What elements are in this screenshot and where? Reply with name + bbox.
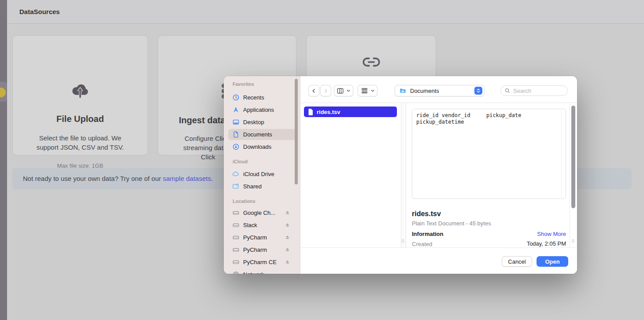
shared-folder-icon xyxy=(232,183,240,191)
sidebar-item-pycharm-ce[interactable]: PyCharm CE xyxy=(228,257,295,268)
sidebar-item-applications[interactable]: Applications xyxy=(228,104,295,115)
open-file-dialog: Favorites Recents Applications Desktop D… xyxy=(224,76,577,274)
file-content-preview: ride_id vendor_id pickup_date pickup_dat… xyxy=(412,109,566,199)
sidebar-item-label: Applications xyxy=(243,107,274,113)
column-view-icon xyxy=(337,87,344,95)
sidebar-item-label: iCloud Drive xyxy=(243,171,274,177)
desktop-icon xyxy=(232,118,240,126)
globe-icon xyxy=(232,271,240,274)
chevron-down-icon xyxy=(370,88,375,93)
sidebar-item-label: Google Ch... xyxy=(243,210,275,216)
harddrive-icon xyxy=(232,209,240,217)
sidebar-item-label: Downloads xyxy=(243,143,271,150)
preview-scroll-area: || xyxy=(570,103,577,247)
column-divider[interactable]: || xyxy=(401,103,406,247)
preview-scrollbar-track xyxy=(561,110,562,198)
eject-icon[interactable] xyxy=(284,246,291,253)
vertical-scrollbar[interactable] xyxy=(571,106,575,208)
icloud-section-label: iCloud xyxy=(233,159,248,164)
sidebar-item-icloud-drive[interactable]: iCloud Drive xyxy=(228,169,295,180)
search-input[interactable] xyxy=(513,88,562,94)
sidebar-item-label: Documents xyxy=(243,131,272,138)
appstore-icon xyxy=(232,106,240,114)
harddrive-icon xyxy=(232,234,240,242)
clock-icon xyxy=(232,94,240,102)
dialog-footer: Cancel Open xyxy=(300,247,577,274)
chevron-left-icon xyxy=(311,88,317,94)
sidebar-item-label: PyCharm xyxy=(243,234,267,241)
sidebar-item-desktop[interactable]: Desktop xyxy=(228,117,295,128)
sidebar-item-label: Slack xyxy=(243,222,257,228)
file-list-column: rides.tsv xyxy=(300,103,401,247)
sidebar-item-shared[interactable]: Shared xyxy=(228,181,295,192)
preview-line-1: ride_id vendor_id pickup_date xyxy=(416,112,521,118)
preview-line-2: pickup_datetime xyxy=(416,119,464,125)
locations-section-label: Locations xyxy=(233,199,255,204)
column-resize-handle[interactable]: || xyxy=(402,239,405,243)
sidebar-item-label: Network xyxy=(243,271,264,274)
harddrive-icon xyxy=(232,246,240,254)
back-button[interactable] xyxy=(308,85,319,96)
created-value: Today, 2:05 PM xyxy=(527,240,566,247)
sidebar-item-slack[interactable]: Slack xyxy=(228,220,295,231)
cloud-icon xyxy=(232,170,240,178)
column-view-button[interactable] xyxy=(334,85,353,96)
information-label: Information xyxy=(412,231,444,237)
preview-file-name: rides.tsv xyxy=(412,210,441,218)
sidebar-item-network[interactable]: Network xyxy=(228,269,295,274)
chevron-right-icon xyxy=(323,88,329,94)
sidebar-item-pycharm-2[interactable]: PyCharm xyxy=(228,244,295,255)
sidebar-item-documents[interactable]: Documents xyxy=(228,129,295,140)
folder-icon xyxy=(399,87,407,95)
search-field[interactable] xyxy=(500,85,568,96)
document-icon xyxy=(232,131,240,139)
sidebar-item-label: Shared xyxy=(243,183,262,190)
open-button[interactable]: Open xyxy=(537,256,568,267)
sidebar-item-label: Recents xyxy=(243,94,264,101)
downloads-icon xyxy=(232,143,240,151)
eject-icon[interactable] xyxy=(284,222,291,228)
preview-pane: ride_id vendor_id pickup_date pickup_dat… xyxy=(406,103,570,247)
sidebar-item-recents[interactable]: Recents xyxy=(228,92,295,103)
sidebar-item-label: Desktop xyxy=(243,119,264,125)
group-view-icon xyxy=(361,87,368,95)
sidebar-scrollbar[interactable] xyxy=(295,79,298,184)
sidebar-item-google-chrome[interactable]: Google Ch... xyxy=(228,207,295,218)
sidebar-item-pycharm-1[interactable]: PyCharm xyxy=(228,232,295,243)
chevron-down-icon xyxy=(346,88,351,93)
cancel-button[interactable]: Cancel xyxy=(502,256,532,267)
created-label: Created xyxy=(412,241,432,247)
sidebar-item-downloads[interactable]: Downloads xyxy=(228,141,295,152)
forward-button[interactable] xyxy=(320,85,331,96)
file-row-rides-tsv[interactable]: rides.tsv xyxy=(304,107,397,117)
search-icon xyxy=(504,88,511,94)
harddrive-icon xyxy=(232,258,240,266)
favorites-section-label: Favorites xyxy=(233,81,254,87)
show-more-link[interactable]: Show More xyxy=(537,231,566,237)
eject-icon[interactable] xyxy=(284,210,291,216)
stepper-icon[interactable] xyxy=(474,87,482,95)
file-icon xyxy=(307,108,314,116)
harddrive-icon xyxy=(232,221,240,229)
sidebar-item-label: PyCharm xyxy=(243,246,267,253)
column-resize-handle[interactable]: || xyxy=(572,239,575,243)
preview-text: ride_id vendor_id pickup_date pickup_dat… xyxy=(416,112,521,125)
location-label: Documents xyxy=(410,88,474,94)
finder-sidebar: Favorites Recents Applications Desktop D… xyxy=(224,76,300,274)
file-name: rides.tsv xyxy=(317,109,340,115)
preview-file-meta: Plain Text Document - 45 bytes xyxy=(412,220,491,227)
sidebar-item-label: PyCharm CE xyxy=(243,259,277,265)
group-view-button[interactable] xyxy=(358,85,378,96)
eject-icon[interactable] xyxy=(284,234,291,241)
eject-icon[interactable] xyxy=(284,259,291,265)
location-dropdown[interactable]: Documents xyxy=(395,85,485,96)
